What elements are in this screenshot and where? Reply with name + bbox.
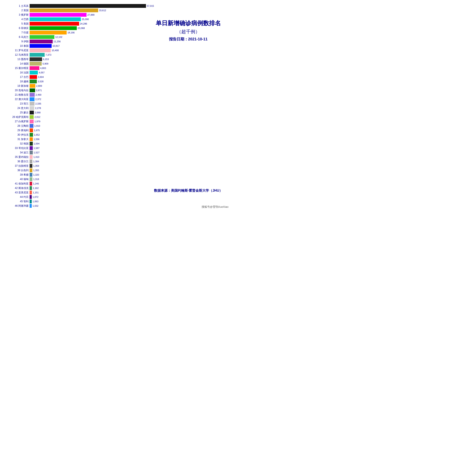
bar-fill [30, 200, 32, 203]
chart-title: 单日新增确诊病例数排名 [148, 19, 228, 27]
bar-value-label: 1,410 [34, 156, 39, 158]
rank-label: 14 德国 [0, 62, 30, 66]
bar-fill [30, 80, 37, 83]
rank-label: 7 印度 [0, 31, 30, 34]
bar-value-label: 1,675 [34, 129, 40, 132]
bar-row: 37 拉脱维亚1,359 [0, 164, 231, 168]
rank-label: 3 俄罗斯 [0, 13, 30, 17]
bar-fill [30, 57, 42, 61]
bar-value-label: 2,012 [34, 116, 40, 118]
bar-row: 36 爱尔兰1,384 [0, 159, 231, 164]
rank-label: 11 罗马尼亚 [0, 49, 30, 52]
bar-row: 17 古巴3,604 [0, 75, 231, 79]
bar-wrap: 4,803 [30, 66, 231, 70]
bar-wrap: 57,015 [30, 4, 231, 8]
bar-row: 22 澳大利亚2,372 [0, 97, 231, 101]
bar-row: 33 哥伦比亚1,587 [0, 146, 231, 150]
bar-fill [30, 128, 33, 132]
bar-row: 18 越南3,528 [0, 79, 231, 84]
bar-row: 38 以色列1,355 [0, 168, 231, 172]
bar-row: 2 英国33,612 [0, 8, 231, 13]
bar-value-label: 1,910 [34, 125, 40, 127]
bar-value-label: 1,596 [34, 138, 40, 140]
rank-label: 38 以色列 [0, 169, 30, 172]
bar-fill [30, 177, 32, 181]
bar-value-label: 1,032 [33, 204, 38, 207]
rank-label: 43 亚美尼亚 [0, 191, 30, 194]
rank-label: 40 缅甸 [0, 177, 30, 181]
bar-row: 21 格鲁吉亚2,490 [0, 93, 231, 97]
bar-wrap: 1,979 [30, 119, 231, 123]
bar-fill [30, 62, 42, 66]
bar-wrap: 2,490 [30, 93, 231, 97]
bar-wrap: 3,528 [30, 79, 231, 84]
bar-wrap: 1,596 [30, 137, 231, 141]
bar-fill [30, 93, 35, 97]
rank-label: 26 哈萨克斯坦 [0, 115, 30, 119]
bar-fill [30, 106, 34, 110]
bar-fill [30, 111, 34, 115]
bar-fill [30, 13, 86, 17]
rank-label: 32 韩国 [0, 142, 30, 146]
bar-fill [30, 44, 52, 48]
bar-fill [30, 124, 34, 128]
bar-fill [30, 31, 67, 34]
bar-value-label: 5,909 [43, 62, 49, 65]
bar-value-label: 4,803 [40, 67, 46, 69]
bar-value-label: 1,359 [33, 165, 39, 167]
rank-label: 1 土耳其 [0, 4, 30, 8]
bar-row: 13 墨西哥6,153 [0, 57, 231, 61]
bar-value-label: 57,015 [147, 5, 154, 7]
bar-value-label: 1,072 [33, 196, 38, 198]
bar-fill [30, 97, 34, 101]
rank-label: 2 英国 [0, 9, 30, 12]
bar-wrap: 1,410 [30, 155, 231, 159]
bar-value-label: 2,809 [36, 85, 42, 87]
bar-row: 31 加拿大1,596 [0, 137, 231, 141]
bar-row: 35 委内瑞拉1,410 [0, 155, 231, 159]
rank-label: 44 约旦 [0, 195, 30, 199]
bar-fill [30, 71, 38, 74]
bar-row: 14 德国5,909 [0, 62, 231, 66]
bar-value-label: 1,063 [33, 200, 38, 203]
rank-label: 34 波兰 [0, 151, 30, 154]
bar-row: 12 马来西亚7,373 [0, 53, 231, 57]
bar-wrap: 5,909 [30, 62, 231, 66]
bar-wrap: 27,889 [30, 13, 231, 17]
rank-label: 29 奥地利 [0, 129, 30, 132]
rank-label: 16 法国 [0, 71, 30, 74]
bar-value-label: 1,320 [33, 173, 39, 176]
bar-fill [30, 49, 51, 52]
bar-row: 3 俄罗斯27,889 [0, 13, 231, 17]
bar-row: 23 荷兰2,335 [0, 102, 231, 106]
bar-row: 30 伊拉克1,652 [0, 133, 231, 137]
bar-fill [30, 4, 146, 8]
bar-row: 39 希腊1,320 [0, 173, 231, 177]
rank-label: 10 泰国 [0, 44, 30, 48]
bar-row: 27 白俄罗斯1,979 [0, 119, 231, 123]
bar-fill [30, 186, 32, 190]
bar-wrap: 2,068 [30, 110, 231, 115]
rank-label: 8 乌克兰 [0, 35, 30, 39]
bar-value-label: 33,612 [99, 9, 106, 12]
rank-label: 4 巴西 [0, 17, 30, 21]
bar-value-label: 3,528 [38, 80, 44, 83]
bar-fill [30, 137, 33, 141]
bar-value-label: 1,527 [34, 151, 40, 154]
rank-label: 5 美国 [0, 22, 30, 26]
bar-value-label: 1,318 [33, 178, 39, 180]
bar-row: 29 奥地利1,675 [0, 128, 231, 133]
bar-wrap: 2,012 [30, 115, 231, 119]
bar-fill [30, 173, 32, 177]
bar-value-label: 2,335 [35, 102, 41, 105]
rank-label: 28 立陶宛 [0, 124, 30, 128]
bar-value-label: 6,153 [43, 58, 49, 61]
bar-row: 46 阿塞拜疆1,032 [0, 204, 231, 208]
bar-value-label: 1,384 [33, 160, 39, 163]
bar-row: 16 法国4,057 [0, 70, 231, 75]
bar-value-label: 1,979 [34, 120, 40, 123]
bar-row: 40 缅甸1,318 [0, 177, 231, 181]
bar-row: 45 智利1,063 [0, 199, 231, 204]
bar-value-label: 2,490 [35, 94, 41, 96]
bar-wrap: 1,246 [30, 182, 231, 186]
